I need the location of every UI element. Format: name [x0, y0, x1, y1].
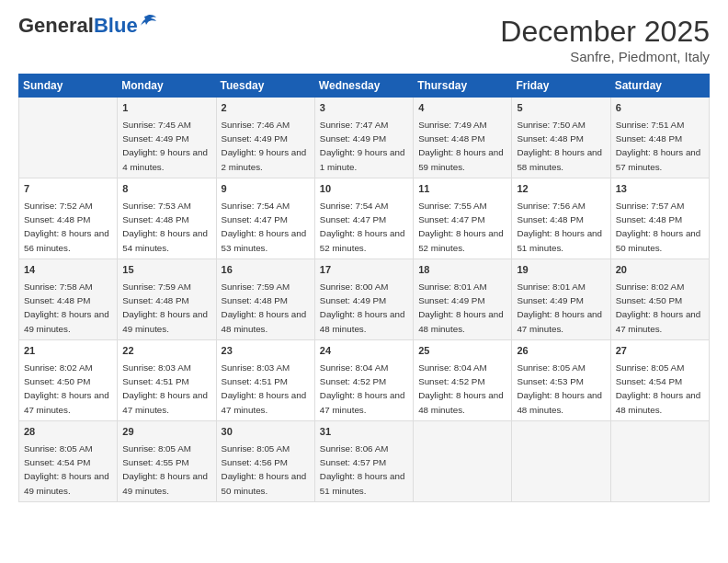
- calendar-cell: 2Sunrise: 7:46 AMSunset: 4:49 PMDaylight…: [216, 98, 314, 178]
- calendar-cell: 25Sunrise: 8:04 AMSunset: 4:52 PMDayligh…: [414, 340, 512, 421]
- day-info: Sunrise: 8:03 AMSunset: 4:51 PMDaylight:…: [122, 362, 208, 415]
- calendar-cell: 15Sunrise: 7:59 AMSunset: 4:48 PMDayligh…: [118, 259, 216, 340]
- day-number: 26: [517, 344, 605, 359]
- calendar-cell: [512, 421, 610, 502]
- logo: GeneralBlue: [18, 15, 160, 37]
- calendar-cell: 16Sunrise: 7:59 AMSunset: 4:48 PMDayligh…: [216, 259, 314, 340]
- day-number: 3: [320, 101, 408, 116]
- calendar-cell: 14Sunrise: 7:58 AMSunset: 4:48 PMDayligh…: [19, 259, 118, 340]
- day-info: Sunrise: 8:04 AMSunset: 4:52 PMDaylight:…: [320, 362, 405, 415]
- day-number: 1: [122, 101, 210, 116]
- calendar-cell: 26Sunrise: 8:05 AMSunset: 4:53 PMDayligh…: [512, 340, 610, 421]
- day-number: 16: [222, 263, 310, 278]
- day-info: Sunrise: 7:54 AMSunset: 4:47 PMDaylight:…: [222, 201, 307, 253]
- day-number: 31: [320, 425, 408, 440]
- location-subtitle: Sanfre, Piedmont, Italy: [500, 49, 710, 64]
- day-number: 17: [320, 263, 408, 278]
- day-number: 2: [222, 101, 310, 116]
- day-number: 4: [418, 101, 506, 116]
- day-number: 5: [517, 101, 605, 116]
- day-info: Sunrise: 7:46 AMSunset: 4:49 PMDaylight:…: [222, 120, 307, 172]
- day-info: Sunrise: 7:45 AMSunset: 4:49 PMDaylight:…: [122, 120, 208, 172]
- day-info: Sunrise: 8:03 AMSunset: 4:51 PMDaylight:…: [222, 362, 307, 415]
- logo-bird-icon: [140, 12, 160, 32]
- day-info: Sunrise: 8:05 AMSunset: 4:54 PMDaylight:…: [24, 443, 109, 496]
- calendar-cell: 31Sunrise: 8:06 AMSunset: 4:57 PMDayligh…: [314, 421, 413, 502]
- day-number: 10: [320, 182, 408, 197]
- calendar-cell: [414, 421, 512, 502]
- header-wednesday: Wednesday: [314, 75, 413, 98]
- day-info: Sunrise: 7:47 AMSunset: 4:49 PMDaylight:…: [320, 120, 405, 172]
- day-info: Sunrise: 7:59 AMSunset: 4:48 PMDaylight:…: [122, 282, 208, 334]
- header-thursday: Thursday: [414, 75, 512, 98]
- day-info: Sunrise: 8:00 AMSunset: 4:49 PMDaylight:…: [320, 282, 405, 334]
- calendar-week-row: 1Sunrise: 7:45 AMSunset: 4:49 PMDaylight…: [19, 98, 710, 178]
- calendar-cell: 24Sunrise: 8:04 AMSunset: 4:52 PMDayligh…: [314, 340, 413, 421]
- day-number: 27: [616, 344, 704, 359]
- day-number: 24: [320, 344, 408, 359]
- day-number: 23: [222, 344, 310, 359]
- day-info: Sunrise: 7:53 AMSunset: 4:48 PMDaylight:…: [122, 201, 208, 253]
- calendar-cell: 21Sunrise: 8:02 AMSunset: 4:50 PMDayligh…: [19, 340, 118, 421]
- calendar-cell: 30Sunrise: 8:05 AMSunset: 4:56 PMDayligh…: [216, 421, 314, 502]
- calendar-cell: 29Sunrise: 8:05 AMSunset: 4:55 PMDayligh…: [118, 421, 216, 502]
- calendar-cell: 11Sunrise: 7:55 AMSunset: 4:47 PMDayligh…: [414, 178, 512, 259]
- day-info: Sunrise: 8:05 AMSunset: 4:54 PMDaylight:…: [616, 362, 701, 415]
- day-info: Sunrise: 7:57 AMSunset: 4:48 PMDaylight:…: [616, 201, 701, 253]
- day-info: Sunrise: 8:02 AMSunset: 4:50 PMDaylight:…: [24, 362, 109, 415]
- calendar-cell: 22Sunrise: 8:03 AMSunset: 4:51 PMDayligh…: [118, 340, 216, 421]
- calendar-cell: 9Sunrise: 7:54 AMSunset: 4:47 PMDaylight…: [216, 178, 314, 259]
- day-info: Sunrise: 8:04 AMSunset: 4:52 PMDaylight:…: [418, 362, 504, 415]
- day-info: Sunrise: 8:05 AMSunset: 4:56 PMDaylight:…: [222, 443, 307, 496]
- calendar-cell: 10Sunrise: 7:54 AMSunset: 4:47 PMDayligh…: [314, 178, 413, 259]
- calendar-header-row: Sunday Monday Tuesday Wednesday Thursday…: [19, 75, 710, 98]
- day-number: 18: [418, 263, 506, 278]
- day-number: 28: [24, 425, 112, 440]
- calendar-cell: [19, 98, 118, 178]
- calendar-week-row: 14Sunrise: 7:58 AMSunset: 4:48 PMDayligh…: [19, 259, 710, 340]
- calendar-cell: 20Sunrise: 8:02 AMSunset: 4:50 PMDayligh…: [610, 259, 709, 340]
- calendar-week-row: 21Sunrise: 8:02 AMSunset: 4:50 PMDayligh…: [19, 340, 710, 421]
- calendar-cell: 3Sunrise: 7:47 AMSunset: 4:49 PMDaylight…: [314, 98, 413, 178]
- day-info: Sunrise: 7:49 AMSunset: 4:48 PMDaylight:…: [418, 120, 504, 172]
- day-info: Sunrise: 7:56 AMSunset: 4:48 PMDaylight:…: [517, 201, 602, 253]
- day-number: 14: [24, 263, 112, 278]
- calendar-cell: 4Sunrise: 7:49 AMSunset: 4:48 PMDaylight…: [414, 98, 512, 178]
- day-info: Sunrise: 8:01 AMSunset: 4:49 PMDaylight:…: [517, 282, 602, 334]
- header-saturday: Saturday: [610, 75, 709, 98]
- calendar-week-row: 7Sunrise: 7:52 AMSunset: 4:48 PMDaylight…: [19, 178, 710, 259]
- header-tuesday: Tuesday: [216, 75, 314, 98]
- day-number: 6: [616, 101, 704, 116]
- day-info: Sunrise: 7:51 AMSunset: 4:48 PMDaylight:…: [616, 120, 701, 172]
- calendar-cell: 27Sunrise: 8:05 AMSunset: 4:54 PMDayligh…: [610, 340, 709, 421]
- day-info: Sunrise: 7:55 AMSunset: 4:47 PMDaylight:…: [418, 201, 504, 253]
- header: GeneralBlue December 2025 Sanfre, Piedmo…: [18, 15, 710, 64]
- day-number: 20: [616, 263, 704, 278]
- calendar-week-row: 28Sunrise: 8:05 AMSunset: 4:54 PMDayligh…: [19, 421, 710, 502]
- calendar-cell: 13Sunrise: 7:57 AMSunset: 4:48 PMDayligh…: [610, 178, 709, 259]
- calendar-cell: [610, 421, 709, 502]
- day-info: Sunrise: 8:06 AMSunset: 4:57 PMDaylight:…: [320, 443, 405, 496]
- day-number: 21: [24, 344, 112, 359]
- day-number: 9: [222, 182, 310, 197]
- day-number: 29: [122, 425, 210, 440]
- header-monday: Monday: [118, 75, 216, 98]
- page: GeneralBlue December 2025 Sanfre, Piedmo…: [0, 0, 728, 563]
- calendar-cell: 23Sunrise: 8:03 AMSunset: 4:51 PMDayligh…: [216, 340, 314, 421]
- calendar-cell: 5Sunrise: 7:50 AMSunset: 4:48 PMDaylight…: [512, 98, 610, 178]
- calendar-cell: 18Sunrise: 8:01 AMSunset: 4:49 PMDayligh…: [414, 259, 512, 340]
- calendar-cell: 7Sunrise: 7:52 AMSunset: 4:48 PMDaylight…: [19, 178, 118, 259]
- day-info: Sunrise: 8:05 AMSunset: 4:53 PMDaylight:…: [517, 362, 602, 415]
- calendar-cell: 28Sunrise: 8:05 AMSunset: 4:54 PMDayligh…: [19, 421, 118, 502]
- day-info: Sunrise: 8:02 AMSunset: 4:50 PMDaylight:…: [616, 282, 701, 334]
- day-number: 13: [616, 182, 704, 197]
- day-info: Sunrise: 7:54 AMSunset: 4:47 PMDaylight:…: [320, 201, 405, 253]
- day-info: Sunrise: 8:01 AMSunset: 4:49 PMDaylight:…: [418, 282, 504, 334]
- header-friday: Friday: [512, 75, 610, 98]
- calendar-cell: 8Sunrise: 7:53 AMSunset: 4:48 PMDaylight…: [118, 178, 216, 259]
- day-info: Sunrise: 7:52 AMSunset: 4:48 PMDaylight:…: [24, 201, 109, 253]
- day-number: 22: [122, 344, 210, 359]
- calendar-cell: 19Sunrise: 8:01 AMSunset: 4:49 PMDayligh…: [512, 259, 610, 340]
- calendar-cell: 12Sunrise: 7:56 AMSunset: 4:48 PMDayligh…: [512, 178, 610, 259]
- calendar-cell: 6Sunrise: 7:51 AMSunset: 4:48 PMDaylight…: [610, 98, 709, 178]
